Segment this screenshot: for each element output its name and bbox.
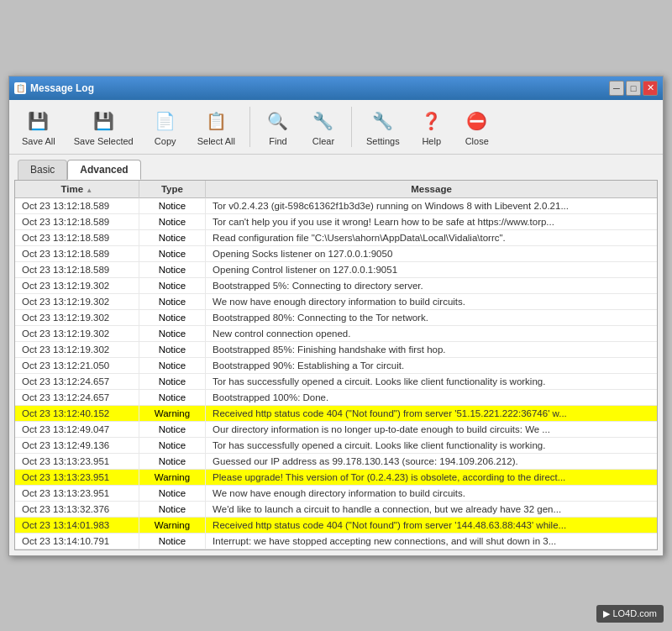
title-bar: 📋 Message Log ─ □ ✕ [9,76,663,100]
cell-message: Received http status code 404 ("Not foun… [206,517,657,533]
cell-type: Notice [139,437,205,453]
window-icon: 📋 [14,82,26,94]
cell-message: Tor can't help you if you use it wrong! … [206,213,657,229]
select-all-button[interactable]: 📋 Select All [190,103,243,150]
help-button[interactable]: ❓ Help [411,103,453,150]
cell-message: Bootstrapped 85%: Finishing handshake wi… [206,341,657,357]
cell-time: Oct 23 13:13:23.951 [15,485,139,501]
copy-button[interactable]: 📄 Copy [144,103,186,150]
cell-time: Oct 23 13:14:10.791 [15,533,139,549]
cell-time: Oct 23 13:12:40.152 [15,405,139,421]
table-row[interactable]: Oct 23 13:14:10.791NoticeInterrupt: we h… [15,533,657,549]
col-header-message[interactable]: Message [206,181,657,198]
table-row[interactable]: Oct 23 13:13:23.951WarningPlease upgrade… [15,469,657,485]
cell-type: Notice [139,197,205,213]
col-header-type[interactable]: Type [139,181,205,198]
cell-message: Bootstrapped 5%: Connecting to directory… [206,277,657,293]
title-controls: ─ □ ✕ [609,81,658,96]
cell-message: Interrupt: we have stopped accepting new… [206,533,657,549]
cell-message: Our directory information is no longer u… [206,421,657,437]
cell-type: Notice [139,325,205,341]
cell-message: We now have enough directory information… [206,293,657,309]
close-window-button[interactable]: ✕ [643,81,658,96]
close-label: Close [465,136,489,146]
table-row[interactable]: Oct 23 13:12:19.302NoticeBootstrapped 5%… [15,277,657,293]
settings-button[interactable]: 🔧 Settings [359,103,407,150]
cell-message: New control connection opened. [206,325,657,341]
tab-basic[interactable]: Basic [18,160,67,180]
cell-message: Opening Socks listener on 127.0.0.1:9050 [206,245,657,261]
cell-message: Received http status code 404 ("Not foun… [206,405,657,421]
cell-message: Guessed our IP address as 99.178.130.143… [206,453,657,469]
save-selected-label: Save Selected [74,136,134,146]
table-row[interactable]: Oct 23 13:12:19.302NoticeBootstrapped 80… [15,309,657,325]
cell-type: Notice [139,213,205,229]
cell-time: Oct 23 13:12:19.302 [15,293,139,309]
cell-time: Oct 23 13:12:49.136 [15,437,139,453]
table-row[interactable]: Oct 23 13:12:49.136NoticeTor has success… [15,437,657,453]
table-row[interactable]: Oct 23 13:12:21.050NoticeBootstrapped 90… [15,357,657,373]
table-row[interactable]: Oct 23 13:12:18.589NoticeOpening Socks l… [15,245,657,261]
copy-label: Copy [155,136,176,146]
copy-icon: 📄 [152,108,179,134]
table-row[interactable]: Oct 23 13:12:18.589NoticeTor can't help … [15,213,657,229]
close-button[interactable]: ⛔ Close [456,103,498,150]
cell-time: Oct 23 13:12:18.589 [15,197,139,213]
table-row[interactable]: Oct 23 13:12:19.302NoticeBootstrapped 85… [15,341,657,357]
cell-time: Oct 23 13:12:18.589 [15,261,139,277]
table-row[interactable]: Oct 23 13:14:01.983WarningReceived http … [15,517,657,533]
cell-message: Tor has successfully opened a circuit. L… [206,373,657,389]
tab-advanced[interactable]: Advanced [67,160,140,180]
table-row[interactable]: Oct 23 13:12:40.152WarningReceived http … [15,405,657,421]
save-all-button[interactable]: 💾 Save All [14,103,63,150]
cell-time: Oct 23 13:13:23.951 [15,453,139,469]
cell-time: Oct 23 13:12:19.302 [15,341,139,357]
table-row[interactable]: Oct 23 13:12:18.589NoticeOpening Control… [15,261,657,277]
cell-type: Notice [139,261,205,277]
toolbar-separator-2 [351,107,352,147]
cell-time: Oct 23 13:12:18.589 [15,229,139,245]
table-row[interactable]: Oct 23 13:12:19.302NoticeNew control con… [15,325,657,341]
minimize-button[interactable]: ─ [609,81,624,96]
find-icon: 🔍 [265,108,291,134]
cell-time: Oct 23 13:12:18.589 [15,245,139,261]
maximize-button[interactable]: □ [626,81,641,96]
close-icon: ⛔ [464,108,491,134]
cell-time: Oct 23 13:12:19.302 [15,325,139,341]
help-icon: ❓ [418,108,445,134]
cell-type: Notice [139,453,205,469]
cell-type: Warning [139,405,205,421]
table-row[interactable]: Oct 23 13:12:49.047NoticeOur directory i… [15,421,657,437]
main-window: 📋 Message Log ─ □ ✕ 💾 Save All 💾 Save Se… [8,76,664,556]
cell-type: Notice [139,485,205,501]
cell-message: Please upgrade! This version of Tor (0.2… [206,469,657,485]
select-all-icon: 📋 [202,108,229,134]
log-content-area: Time ▲ Type Message Oct 23 13:12:18.589N… [14,180,658,550]
clear-label: Clear [312,136,334,146]
clear-button[interactable]: 🔧 Clear [302,103,344,150]
col-header-time[interactable]: Time ▲ [15,181,139,198]
cell-type: Notice [139,277,205,293]
settings-icon: 🔧 [370,108,396,134]
cell-type: Notice [139,533,205,549]
select-all-label: Select All [197,136,235,146]
find-button[interactable]: 🔍 Find [257,103,299,150]
table-row[interactable]: Oct 23 13:13:32.376NoticeWe'd like to la… [15,501,657,517]
table-header-row: Time ▲ Type Message [15,181,657,198]
cell-type: Warning [139,517,205,533]
help-label: Help [422,136,441,146]
cell-type: Notice [139,357,205,373]
cell-type: Notice [139,229,205,245]
table-row[interactable]: Oct 23 13:13:23.951NoticeGuessed our IP … [15,453,657,469]
cell-message: We now have enough directory information… [206,485,657,501]
table-row[interactable]: Oct 23 13:12:19.302NoticeWe now have eno… [15,293,657,309]
cell-time: Oct 23 13:12:21.050 [15,357,139,373]
cell-message: Bootstrapped 80%: Connecting to the Tor … [206,309,657,325]
table-row[interactable]: Oct 23 13:12:18.589NoticeRead configurat… [15,229,657,245]
table-row[interactable]: Oct 23 13:12:24.657NoticeTor has success… [15,373,657,389]
save-selected-button[interactable]: 💾 Save Selected [66,103,141,150]
table-row[interactable]: Oct 23 13:13:23.951NoticeWe now have eno… [15,485,657,501]
table-row[interactable]: Oct 23 13:12:24.657NoticeBootstrapped 10… [15,389,657,405]
cell-type: Notice [139,421,205,437]
table-row[interactable]: Oct 23 13:12:18.589NoticeTor v0.2.4.23 (… [15,197,657,213]
